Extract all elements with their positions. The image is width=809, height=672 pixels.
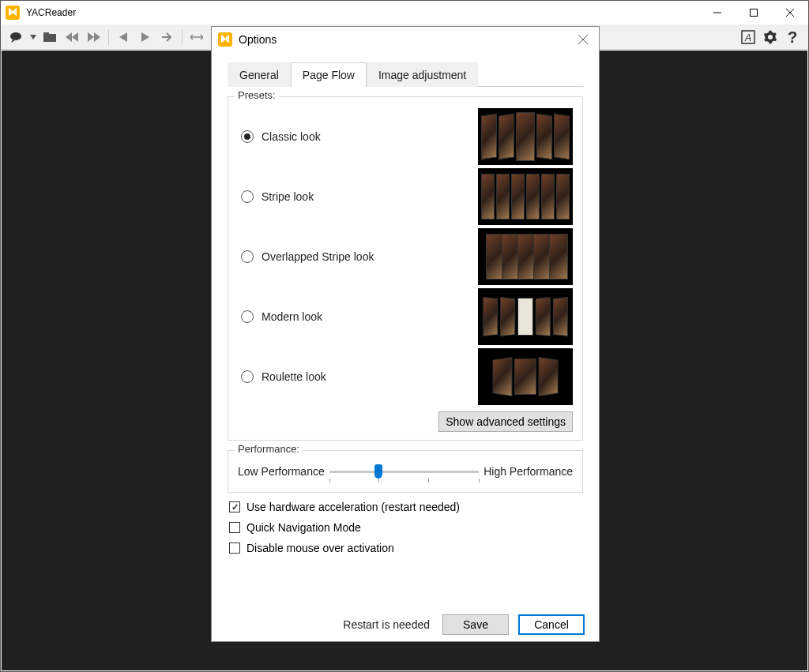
dropdown-icon[interactable] (28, 27, 38, 47)
font-icon[interactable]: A (738, 27, 758, 47)
dialog-footer: Restart is needed Save Cancel (212, 608, 599, 641)
hwaccel-label: Use hardware acceleration (restart neede… (246, 501, 460, 513)
tab-general[interactable]: General (228, 62, 291, 87)
quicknav-checkbox[interactable] (229, 522, 240, 533)
preset-label: Modern look (262, 310, 478, 323)
svg-point-5 (10, 32, 21, 40)
radio-stripe[interactable] (241, 190, 254, 203)
play-icon[interactable] (135, 27, 156, 47)
options-dialog: Options General Page Flow Image adjustme… (211, 26, 600, 642)
slider-thumb[interactable] (374, 464, 382, 479)
radio-overlap[interactable] (241, 250, 254, 263)
preset-thumbnail-overlap (478, 228, 573, 285)
preset-label: Stripe look (262, 190, 478, 203)
speech-icon[interactable] (6, 27, 27, 47)
tab-pageflow[interactable]: Page Flow (291, 62, 367, 87)
preset-thumbnail-stripe (478, 168, 573, 225)
titlebar: YACReader (1, 1, 808, 24)
tab-image[interactable]: Image adjustment (367, 62, 478, 87)
presets-legend: Presets: (235, 89, 279, 101)
radio-classic[interactable] (241, 130, 254, 143)
open-icon[interactable] (40, 27, 60, 47)
presets-group: Presets: Classic look Stripe look (228, 96, 583, 441)
performance-group: Performance: Low Performance High Perfor… (228, 450, 583, 493)
performance-slider[interactable] (329, 462, 479, 481)
high-perf-label: High Performance (484, 465, 573, 478)
close-button[interactable] (772, 1, 808, 24)
prev-icon[interactable] (113, 27, 134, 47)
next-icon[interactable] (157, 27, 178, 47)
fit-icon[interactable] (186, 27, 207, 47)
mouseover-label: Disable mouse over activation (246, 542, 394, 554)
preset-thumbnail-classic (478, 108, 573, 165)
gear-icon[interactable] (760, 27, 781, 47)
app-icon (218, 32, 232, 47)
dialog-close-icon[interactable] (567, 28, 599, 51)
separator (182, 29, 182, 45)
preset-label: Roulette look (262, 370, 478, 383)
main-window: YACReader A ? Options (0, 0, 809, 672)
dialog-title: Options (239, 33, 567, 46)
quicknav-label: Quick Navigation Mode (246, 521, 361, 534)
svg-rect-2 (751, 9, 758, 17)
preset-label: Overlapped Stripe look (262, 250, 478, 263)
dialog-titlebar: Options (212, 27, 599, 52)
maximize-button[interactable] (736, 1, 772, 24)
separator (108, 29, 109, 45)
preset-label: Classic look (262, 130, 478, 143)
low-perf-label: Low Performance (238, 465, 325, 478)
restart-msg: Restart is needed (343, 618, 430, 631)
preset-thumbnail-modern (478, 288, 573, 345)
tabs: General Page Flow Image adjustment (228, 62, 583, 87)
save-button[interactable]: Save (442, 614, 509, 635)
mouseover-checkbox[interactable] (229, 542, 240, 554)
svg-rect-7 (43, 32, 49, 35)
hwaccel-checkbox[interactable] (229, 501, 240, 512)
forward-fast-icon[interactable] (84, 27, 104, 47)
svg-rect-6 (43, 34, 56, 42)
help-icon[interactable]: ? (782, 27, 803, 47)
preset-thumbnail-roulette (478, 348, 573, 405)
rewind-icon[interactable] (62, 27, 82, 47)
svg-text:A: A (744, 32, 751, 43)
cancel-button[interactable]: Cancel (518, 614, 585, 635)
svg-text:?: ? (788, 30, 797, 44)
minimize-button[interactable] (699, 1, 736, 24)
app-icon (6, 6, 20, 20)
radio-roulette[interactable] (241, 370, 254, 383)
performance-legend: Performance: (235, 443, 303, 455)
radio-modern[interactable] (241, 310, 254, 323)
app-title: YACReader (26, 7, 699, 18)
advanced-settings-button[interactable]: Show advanced settings (438, 411, 573, 432)
